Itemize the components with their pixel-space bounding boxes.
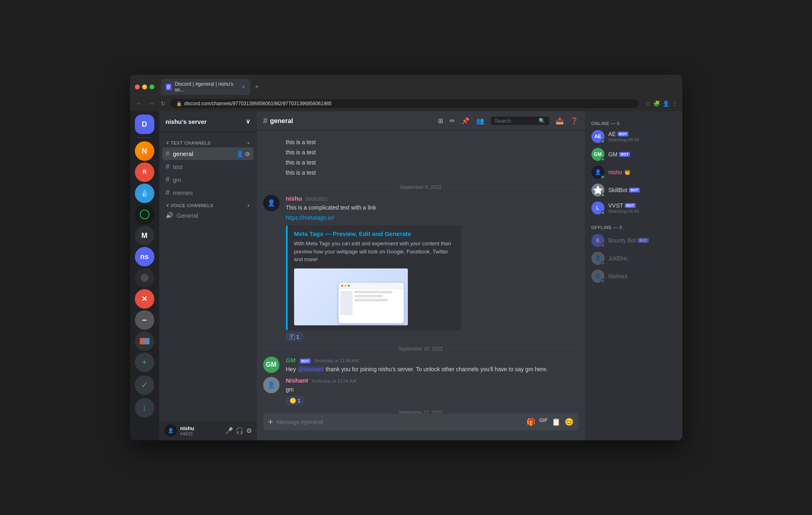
server-icon-dots[interactable]: ••• [135, 310, 154, 330]
channel-name: memes [173, 189, 193, 196]
add-server-button[interactable]: + [135, 353, 154, 372]
gear-icon[interactable]: ⚙ [245, 151, 250, 157]
member-name-nishu: nishu [608, 169, 622, 175]
extensions-icon[interactable]: 🧩 [653, 100, 660, 107]
message-timestamp-1: 09/06/2022 [305, 197, 328, 201]
member-item-ae[interactable]: AE AE BOT Watching 06:40 [588, 128, 679, 145]
back-button[interactable]: ← [135, 100, 144, 108]
svg-text:👤: 👤 [595, 169, 602, 175]
status-dot-gm [601, 157, 605, 161]
member-info-nishu: nishu 👑 [608, 169, 630, 175]
server-icon-3[interactable]: 💧 [135, 184, 154, 203]
server-icon-4[interactable] [135, 205, 154, 224]
member-item-vvst[interactable]: L VVST BOT Watching 06:40 [588, 199, 679, 217]
channel-item-general[interactable]: # general 👤 ⚙ [162, 147, 253, 160]
message-author-2[interactable]: GM [286, 357, 296, 364]
maximize-button[interactable] [149, 84, 154, 89]
link-url[interactable]: https://metatags.io/ [286, 214, 334, 221]
status-dot-vvst [601, 211, 605, 215]
reaction-1[interactable]: 🇫 1 [286, 333, 303, 341]
member-item-jckelric[interactable]: 👤 JckElric [588, 249, 679, 267]
server-icon-2[interactable]: R [135, 162, 154, 182]
simple-msg-1: this is a test [286, 137, 578, 147]
offline-section-header: Offline — 3 [588, 222, 679, 232]
online-section-header: Online — 5 [588, 118, 679, 128]
message-author-1[interactable]: nishu [286, 195, 302, 202]
add-attachment-button[interactable]: + [268, 413, 273, 431]
edit-icon[interactable]: ✏ [450, 117, 455, 125]
search-box[interactable]: Search 🔍 [491, 117, 549, 125]
sticker-icon[interactable]: 📋 [552, 418, 561, 426]
help-icon[interactable]: ❓ [570, 117, 578, 125]
add-channel-icon[interactable]: + [247, 141, 250, 145]
input-actions: 🎁 GIF 📋 😊 [526, 418, 574, 426]
inbox-icon[interactable]: 📥 [556, 117, 564, 125]
profile-icon[interactable]: 👤 [663, 100, 669, 107]
bookmark-icon[interactable]: ☆ [645, 100, 651, 107]
member-name-gm: GM [608, 151, 618, 158]
svg-text:👤: 👤 [595, 255, 602, 262]
user-actions: 🎤 🎧 ⚙ [225, 427, 252, 435]
message-content-2: GM BOT Yesterday at 11:46 AM Hey @Nishan… [286, 357, 578, 374]
minimize-button[interactable] [142, 84, 147, 89]
members-sidebar: Online — 5 AE AE BOT Watching 06:40 [585, 111, 682, 440]
speaker-icon: 🔊 [166, 212, 173, 219]
close-button[interactable] [135, 84, 140, 89]
headphones-icon[interactable]: 🎧 [236, 427, 244, 435]
server-icon-discord[interactable]: D [135, 115, 154, 134]
channel-header-name: # general [263, 116, 293, 126]
members-icon[interactable]: 👥 [476, 117, 484, 125]
download-button[interactable]: ↓ [135, 398, 154, 418]
channel-group-toggle: ∨ [166, 140, 169, 145]
member-info-skillbot: SkillBot BOT [608, 187, 640, 193]
server-icon-5[interactable]: M [135, 226, 154, 245]
settings-icon[interactable]: ⚙ [246, 427, 252, 435]
text-channels-header[interactable]: ∨ Text Channels + [162, 138, 253, 147]
microphone-icon[interactable]: 🎤 [225, 427, 233, 435]
channel-item-test[interactable]: # test [162, 160, 253, 173]
date-text-3: September 11, 2022 [398, 410, 443, 414]
explore-servers-button[interactable]: ✓ [135, 375, 154, 395]
gift-icon[interactable]: 🎁 [526, 418, 535, 426]
voice-item-general[interactable]: 🔊 General [162, 210, 253, 221]
server-icon-x[interactable]: ✕ [135, 289, 154, 309]
voice-channels-header[interactable]: ∨ Voice Channels + [162, 201, 253, 210]
crown-icon: 👑 [624, 169, 630, 175]
reaction-3[interactable]: 🟡 1 [286, 396, 304, 405]
refresh-button[interactable]: ↻ [159, 100, 167, 108]
url-text: discord.com/channels/977031396856061982/… [184, 101, 332, 106]
member-item-gm[interactable]: GM GM BOT [588, 145, 679, 163]
member-item-bountybot[interactable]: B Bounty Bot BOT [588, 232, 679, 249]
message-group-2: GM GM BOT Yesterday at 11:46 AM Hey @Nis… [257, 355, 585, 375]
channel-item-memes[interactable]: # memes [162, 186, 253, 199]
menu-icon[interactable]: ⋮ [672, 100, 678, 107]
new-tab-button[interactable]: + [252, 82, 262, 92]
hashtag-icon[interactable]: ⊞ [438, 117, 443, 125]
server-icon-1[interactable]: N [135, 141, 154, 161]
add-voice-channel-icon[interactable]: + [247, 203, 250, 208]
discord-app: D N R 💧 M ns ✕ ••• + ✓ ↓ [130, 111, 682, 440]
gif-icon[interactable]: GIF [539, 418, 548, 426]
server-icon-nishu[interactable]: ns [135, 247, 154, 266]
forward-button[interactable]: → [147, 100, 156, 108]
member-item-nishu[interactable]: 👤 nishu 👑 [588, 163, 679, 181]
status-dot-bountybot [601, 243, 605, 247]
server-header[interactable]: nishu's server ∨ [159, 111, 257, 132]
active-tab[interactable]: D Discord | #general | nishu's se... ✕ [161, 79, 250, 95]
person-icon[interactable]: 👤 [236, 151, 243, 157]
member-item-nishant[interactable]: 👤 Nishant [588, 267, 679, 285]
server-icon-color[interactable] [135, 331, 154, 351]
pin-icon[interactable]: 📌 [461, 117, 470, 125]
server-icon-dark[interactable] [135, 268, 154, 288]
tab-close-button[interactable]: ✕ [242, 84, 245, 90]
mockup-line [354, 299, 388, 301]
message-author-3[interactable]: Nishant [286, 377, 308, 384]
chevron-down-icon: ∨ [246, 118, 250, 125]
member-item-skillbot[interactable]: SkillBot BOT [588, 181, 679, 199]
tab-label: Discord | #general | nishu's se... [175, 81, 238, 93]
channel-item-gm[interactable]: # gm [162, 173, 253, 186]
search-label: Search [495, 118, 511, 124]
url-bar[interactable]: 🔒 discord.com/channels/97703139685606198… [171, 99, 639, 108]
emoji-icon[interactable]: 😊 [565, 418, 574, 426]
message-input[interactable] [276, 414, 523, 430]
